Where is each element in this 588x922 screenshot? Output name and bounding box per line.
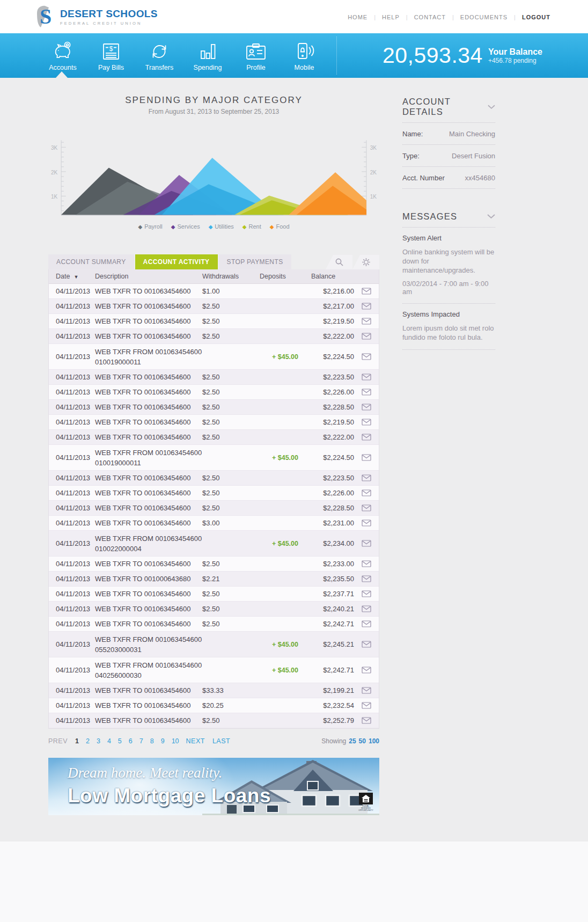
chevron-down-icon[interactable] [488,105,495,109]
pagination-page-9[interactable]: 9 [161,737,165,745]
top-nav-link-logout[interactable]: LOGOUT [522,14,550,20]
mortgage-ad-banner[interactable]: Dream home. Meet reality. Low Mortgage L… [48,758,379,815]
table-row[interactable]: 04/11/2013WEB TXFR TO 001063454600$2.50$… [49,415,379,430]
statement-icon[interactable] [362,434,371,441]
pagination-page-6[interactable]: 6 [129,737,133,745]
statement-icon[interactable] [362,454,371,461]
pagination-page-4[interactable]: 4 [107,737,111,745]
top-nav-link-contact[interactable]: CONTACT [414,14,446,20]
table-row[interactable]: 04/11/2013WEB TXFR TO 001063454600$2.50$… [49,471,379,486]
table-row[interactable]: 04/11/2013WEB TXFR TO 001063454600$1.00$… [49,284,379,299]
top-nav-link-home[interactable]: HOME [348,14,367,20]
cell-balance: $2,199.21 [298,686,354,694]
statement-icon[interactable] [362,404,371,411]
table-row[interactable]: 04/11/2013WEB TXFR TO 001063454600$2.50$… [49,602,379,617]
statement-icon[interactable] [362,667,371,674]
table-row[interactable]: 04/11/2013WEB TXFR TO 001000643680$2.21$… [49,572,379,587]
statement-icon[interactable] [362,419,371,426]
column-header-balance[interactable]: Balance [298,273,354,280]
table-row[interactable]: 04/11/2013WEB TXFR FROM 0010634546000552… [49,632,379,657]
column-header-date[interactable]: Date▼ [49,273,95,280]
tab-account-summary[interactable]: ACCOUNT SUMMARY [48,254,134,269]
tab-account-activity[interactable]: ACCOUNT ACTIVITY [135,254,218,269]
table-header-row: Date▼ Description Withdrawals Deposits B… [49,269,379,284]
tab-stop-payments[interactable]: STOP PAYMENTS [219,254,291,269]
table-row[interactable]: 04/11/2013WEB TXFR FROM 0010634546000100… [49,445,379,471]
pagination-page-5[interactable]: 5 [118,737,122,745]
pagination-next[interactable]: NEXT [186,737,205,745]
table-row[interactable]: 04/11/2013WEB TXFR TO 001063454600$2.50$… [49,617,379,632]
table-row[interactable]: 04/11/2013WEB TXFR TO 001063454600$3.00$… [49,516,379,531]
statement-icon[interactable] [362,519,371,526]
pagination-page-3[interactable]: 3 [97,737,100,745]
nav-item-mobile[interactable]: Mobile [280,40,328,71]
table-row[interactable]: 04/11/2013WEB TXFR TO 001063454600$2.50$… [49,370,379,385]
statement-icon[interactable] [362,318,371,325]
statement-icon[interactable] [362,687,371,694]
table-row[interactable]: 04/11/2013WEB TXFR TO 001063454600$2.50$… [49,329,379,344]
pagination-prev[interactable]: PREV [48,737,68,745]
pagination-page-8[interactable]: 8 [150,737,154,745]
top-nav-link-edocuments[interactable]: EDOCUMENTS [460,14,508,20]
statement-icon[interactable] [362,353,371,360]
statement-icon[interactable] [362,605,371,612]
column-header-deposits[interactable]: Deposits [252,273,298,280]
statement-icon[interactable] [362,620,371,627]
table-row[interactable]: 04/11/2013WEB TXFR TO 001063454600$2.50$… [49,400,379,415]
statement-icon[interactable] [362,560,371,567]
nav-item-transfers[interactable]: Transfers [135,40,183,71]
statement-icon[interactable] [362,474,371,481]
table-row[interactable]: 04/11/2013WEB TXFR TO 001063454600$2.50$… [49,587,379,602]
pagination-page-7[interactable]: 7 [139,737,143,745]
statement-icon[interactable] [362,389,371,396]
table-row[interactable]: 04/11/2013WEB TXFR TO 001063454600$2.50$… [49,314,379,329]
settings-button[interactable] [352,255,379,269]
logo[interactable]: S DESERT SCHOOLS FEDERAL CREDIT UNION [34,4,158,29]
statement-icon[interactable] [362,575,371,582]
top-nav-link-help[interactable]: HELP [382,14,400,20]
statement-icon[interactable] [362,288,371,295]
nav-item-accounts[interactable]: Accounts [39,40,87,71]
table-row[interactable]: 04/11/2013WEB TXFR TO 001063454600$2.50$… [49,385,379,400]
table-row[interactable]: 04/11/2013WEB TXFR TO 001063454600$2.50$… [49,430,379,445]
statement-icon[interactable] [362,504,371,511]
table-row[interactable]: 04/11/2013WEB TXFR TO 001063454600$33.33… [49,683,379,698]
chevron-down-icon[interactable] [487,214,495,219]
table-row[interactable]: 04/11/2013WEB TXFR FROM 0010634546000100… [49,531,379,557]
statement-icon[interactable] [362,489,371,496]
cell-withdrawal: $1.00 [202,287,252,295]
pagination-last[interactable]: LAST [212,737,230,745]
statement-icon[interactable] [362,333,371,340]
table-row[interactable]: 04/11/2013WEB TXFR FROM 0010634546000100… [49,344,379,370]
cell-withdrawal: $2.50 [202,373,252,381]
account-details-header[interactable]: ACCOUNT DETAILS [402,97,495,123]
table-row[interactable]: 04/11/2013WEB TXFR TO 001063454600$2.50$… [49,557,379,572]
statement-icon[interactable] [362,374,371,380]
statement-icon[interactable] [362,702,371,709]
statement-icon[interactable] [362,641,371,648]
statement-icon[interactable] [362,540,371,547]
column-header-description[interactable]: Description [95,272,202,282]
nav-item-profile[interactable]: Profile [232,40,280,71]
nav-item-spending[interactable]: Spending [183,40,232,71]
nav-item-pay-bills[interactable]: $Pay Bills [87,40,135,71]
table-row[interactable]: 04/11/2013WEB TXFR TO 001063454600$2.50$… [49,501,379,516]
statement-icon[interactable] [362,717,371,724]
table-row[interactable]: 04/11/2013WEB TXFR TO 001063454600$2.50$… [49,713,379,728]
table-row[interactable]: 04/11/2013WEB TXFR TO 001063454600$2.50$… [49,486,379,501]
table-row[interactable]: 04/11/2013WEB TXFR FROM 0010634546000402… [49,657,379,683]
table-row[interactable]: 04/11/2013WEB TXFR TO 001063454600$20.25… [49,698,379,713]
page-size-option-50[interactable]: 50 [359,737,366,745]
table-row[interactable]: 04/11/2013WEB TXFR TO 001063454600$2.50$… [49,299,379,314]
sort-descending-icon[interactable]: ▼ [74,274,78,280]
pagination-page-10[interactable]: 10 [172,737,179,745]
page-size-option-100[interactable]: 100 [369,737,379,745]
statement-icon[interactable] [362,303,371,310]
statement-icon[interactable] [362,590,371,597]
search-button[interactable] [326,255,352,269]
pagination-page-2[interactable]: 2 [86,737,90,745]
column-header-withdrawals[interactable]: Withdrawals [202,273,252,280]
pagination-page-1[interactable]: 1 [75,737,79,745]
page-size-option-25[interactable]: 25 [349,737,356,745]
messages-header[interactable]: MESSAGES [402,211,495,228]
